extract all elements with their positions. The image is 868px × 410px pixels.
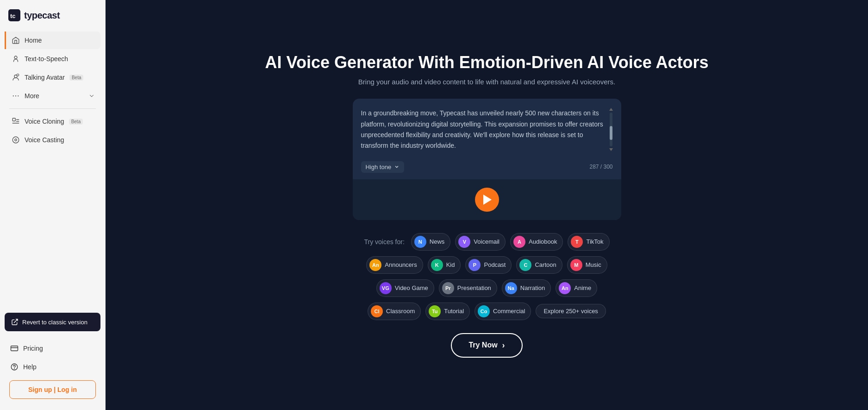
tutorial-avatar: Tu bbox=[429, 305, 441, 317]
voice-tag-narration[interactable]: Na Narration bbox=[502, 279, 551, 297]
try-now-label: Try Now bbox=[468, 341, 497, 349]
sidebar: tc typecast Home Text-to-Speech bbox=[0, 0, 106, 410]
sidebar-item-more-label: More bbox=[25, 92, 39, 100]
voice-cloning-badge: Beta bbox=[69, 119, 83, 125]
sidebar-item-pricing[interactable]: Pricing bbox=[5, 340, 100, 357]
sidebar-item-voice-casting-label: Voice Casting bbox=[25, 136, 64, 144]
commercial-avatar: Co bbox=[478, 305, 490, 317]
svg-point-7 bbox=[18, 95, 19, 96]
sidebar-item-home-label: Home bbox=[25, 37, 42, 44]
tone-selector[interactable]: High tone bbox=[361, 161, 405, 173]
tiktok-avatar: T bbox=[571, 236, 583, 248]
logo-text: typecast bbox=[24, 10, 60, 21]
svg-rect-11 bbox=[11, 346, 18, 351]
voice-tag-audiobook[interactable]: A Audiobook bbox=[510, 233, 563, 251]
explore-label: Explore 250+ voices bbox=[543, 308, 598, 315]
voice-row-3: VG Video Game Pr Presentation Na Narrati… bbox=[376, 279, 597, 297]
cartoon-avatar: C bbox=[519, 259, 531, 271]
voice-casting-icon bbox=[12, 136, 20, 144]
logo-area: tc typecast bbox=[0, 0, 105, 30]
signup-label: Sign up | Log in bbox=[28, 386, 77, 393]
svg-point-2 bbox=[14, 56, 17, 59]
editor-card: In a groundbreaking move, Typecast has u… bbox=[353, 99, 621, 220]
voice-tag-anime[interactable]: An Anime bbox=[556, 279, 597, 297]
tone-chevron-icon bbox=[394, 164, 400, 170]
svg-point-5 bbox=[13, 95, 14, 96]
sidebar-item-avatar-label: Talking Avatar bbox=[25, 74, 65, 81]
svg-point-14 bbox=[14, 368, 15, 369]
sidebar-item-home[interactable]: Home bbox=[5, 32, 100, 49]
tone-label: High tone bbox=[366, 164, 392, 170]
editor-footer: High tone 287 / 300 bbox=[353, 157, 621, 179]
voicemail-avatar: V bbox=[458, 236, 470, 248]
tts-icon bbox=[12, 55, 20, 63]
more-icon bbox=[12, 92, 20, 100]
sidebar-bottom: Pricing Help Sign up | Log in bbox=[0, 336, 105, 410]
scrollbar bbox=[609, 108, 613, 151]
editor-text[interactable]: In a groundbreaking move, Typecast has u… bbox=[361, 108, 605, 151]
voice-tag-kid[interactable]: K Kid bbox=[428, 256, 461, 274]
player-area bbox=[353, 179, 621, 220]
scroll-up-arrow[interactable] bbox=[609, 108, 613, 111]
voice-tag-videogame[interactable]: VG Video Game bbox=[376, 279, 434, 297]
sidebar-item-more[interactable]: More bbox=[5, 87, 100, 105]
signup-login-button[interactable]: Sign up | Log in bbox=[9, 380, 96, 399]
sidebar-item-voice-cloning-label: Voice Cloning bbox=[25, 118, 64, 125]
voice-row-1: Try voices for: N News V Voicemail A Aud… bbox=[364, 233, 609, 251]
main-title: AI Voice Generator With Emotion-Driven A… bbox=[265, 52, 709, 72]
play-button[interactable] bbox=[475, 188, 499, 212]
home-icon bbox=[12, 36, 20, 44]
sidebar-item-help[interactable]: Help bbox=[5, 358, 100, 376]
play-icon bbox=[483, 195, 492, 205]
voice-row-2: An Announcers K Kid P Podcast C Cartoon … bbox=[366, 256, 607, 274]
voice-tag-podcast[interactable]: P Podcast bbox=[465, 256, 512, 274]
audiobook-avatar: A bbox=[513, 236, 525, 248]
svg-point-4 bbox=[17, 74, 19, 76]
svg-text:tc: tc bbox=[10, 13, 16, 19]
revert-btn-label: Revert to classic version bbox=[22, 319, 87, 326]
presentation-avatar: Pr bbox=[442, 282, 454, 294]
voices-section: Try voices for: N News V Voicemail A Aud… bbox=[364, 233, 609, 320]
scroll-track[interactable] bbox=[610, 113, 612, 146]
sidebar-item-voice-cloning[interactable]: Voice Cloning Beta bbox=[5, 113, 100, 130]
svg-point-6 bbox=[15, 95, 16, 96]
try-now-chevron-icon: › bbox=[502, 341, 505, 350]
voice-cloning-icon bbox=[12, 117, 20, 126]
explore-voices-tag[interactable]: Explore 250+ voices bbox=[536, 304, 606, 318]
voice-tag-announcers[interactable]: An Announcers bbox=[366, 256, 423, 274]
pricing-icon bbox=[10, 344, 19, 353]
sidebar-item-pricing-label: Pricing bbox=[23, 345, 43, 352]
voice-tag-music[interactable]: M Music bbox=[567, 256, 607, 274]
classroom-avatar: Cl bbox=[371, 305, 383, 317]
sidebar-nav: Home Text-to-Speech Talking Avatar Beta bbox=[0, 30, 105, 308]
main-subtitle: Bring your audio and video content to li… bbox=[358, 78, 615, 86]
voices-label: Try voices for: bbox=[364, 238, 404, 246]
more-left-group: More bbox=[12, 92, 39, 100]
try-now-button[interactable]: Try Now › bbox=[451, 333, 522, 358]
sidebar-item-voice-casting[interactable]: Voice Casting bbox=[5, 131, 100, 149]
voice-row-4: Cl Classroom Tu Tutorial Co Commercial E… bbox=[368, 303, 606, 320]
voice-tag-tutorial[interactable]: Tu Tutorial bbox=[425, 303, 470, 320]
editor-body: In a groundbreaking move, Typecast has u… bbox=[353, 99, 621, 156]
revert-icon bbox=[11, 318, 19, 326]
voice-tag-classroom[interactable]: Cl Classroom bbox=[368, 303, 421, 320]
sidebar-item-talking-avatar[interactable]: Talking Avatar Beta bbox=[5, 69, 100, 86]
svg-point-10 bbox=[15, 139, 17, 141]
voice-tag-tiktok[interactable]: T TikTok bbox=[568, 233, 609, 251]
voice-tag-news[interactable]: N News bbox=[411, 233, 451, 251]
voice-tag-presentation[interactable]: Pr Presentation bbox=[439, 279, 497, 297]
voice-tag-commercial[interactable]: Co Commercial bbox=[475, 303, 531, 320]
voice-tag-voicemail[interactable]: V Voicemail bbox=[455, 233, 506, 251]
svg-rect-8 bbox=[12, 118, 15, 121]
char-count: 287 / 300 bbox=[589, 164, 612, 170]
sidebar-item-help-label: Help bbox=[23, 363, 37, 371]
revert-classic-button[interactable]: Revert to classic version bbox=[5, 313, 100, 331]
voice-tag-cartoon[interactable]: C Cartoon bbox=[516, 256, 562, 274]
sidebar-item-tts[interactable]: Text-to-Speech bbox=[5, 50, 100, 68]
typecast-logo-icon: tc bbox=[8, 9, 20, 21]
announcers-avatar: An bbox=[369, 259, 381, 271]
kid-avatar: K bbox=[431, 259, 443, 271]
scroll-down-arrow[interactable] bbox=[609, 148, 613, 151]
sidebar-divider-1 bbox=[9, 108, 96, 109]
help-icon bbox=[10, 363, 19, 371]
